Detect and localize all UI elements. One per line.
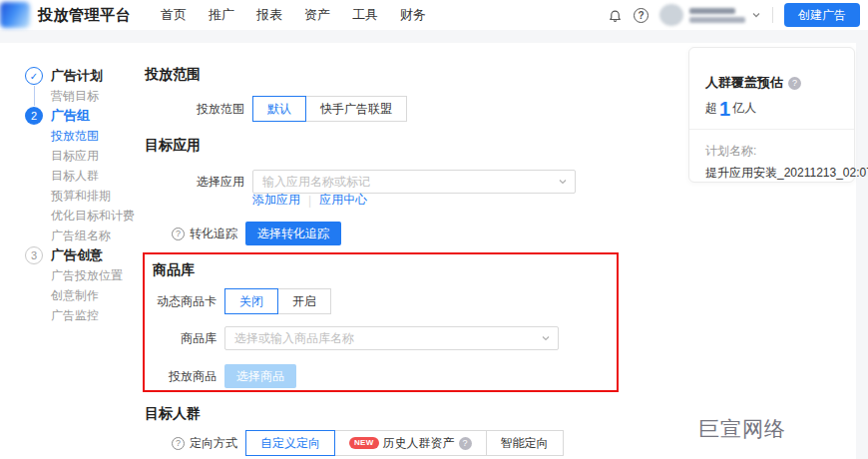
app-select[interactable] [252, 170, 576, 194]
dynamic-card-options: 关闭 开启 [224, 288, 331, 314]
section-heading-target-app: 目标应用 [145, 137, 201, 155]
notification-bell-icon[interactable] [608, 8, 623, 23]
nav-item-finance[interactable]: 财务 [400, 6, 426, 24]
targeting-help-icon[interactable]: ? [172, 437, 185, 450]
nav-item-home[interactable]: 首页 [161, 6, 187, 24]
new-badge: NEW [349, 437, 379, 449]
dynamic-card-off[interactable]: 关闭 [224, 288, 278, 314]
targeting-option-history[interactable]: NEW 历史人群资产 ? [334, 430, 487, 456]
targeting-option-custom[interactable]: 自定义定向 [245, 430, 335, 456]
select-conversion-button[interactable]: 选择转化追踪 [245, 222, 341, 245]
select-chevron-icon [558, 177, 568, 187]
step-item-budget-schedule[interactable]: 预算和排期 [25, 186, 145, 206]
app-title: 投放管理平台 [38, 6, 131, 25]
step-item-optimization-billing[interactable]: 优化目标和计费 [25, 206, 145, 226]
step-connector [34, 86, 35, 106]
plan-name-label: 计划名称: [705, 143, 838, 160]
nav-item-tools[interactable]: 工具 [352, 6, 378, 24]
section-heading-product-library: 商品库 [153, 261, 195, 279]
dynamic-product-card-row: 动态商品卡 关闭 开启 [155, 288, 331, 314]
app-center-link[interactable]: 应用中心 [319, 192, 367, 209]
conversion-help-icon[interactable]: ? [172, 228, 185, 240]
dynamic-card-label: 动态商品卡 [155, 293, 217, 310]
delivery-product-row: 投放商品 选择商品 [155, 364, 296, 388]
product-library-select-input[interactable] [224, 326, 559, 350]
delivery-scope-label: 投放范围 [145, 101, 244, 118]
product-library-label: 商品库 [155, 330, 217, 347]
card-divider [689, 129, 854, 130]
help-icon[interactable]: ? [634, 8, 649, 23]
product-library-select[interactable] [224, 326, 559, 350]
header-right: ? 创建广告 [608, 3, 868, 27]
app-select-input[interactable] [252, 170, 576, 194]
step-item-marketing-goal[interactable]: 营销目标 [25, 86, 145, 106]
step-ad-plan[interactable]: ✓ 广告计划 [25, 66, 145, 86]
step-item-ad-monitoring[interactable]: 广告监控 [25, 305, 145, 325]
account-info-blurred [689, 8, 745, 23]
step-ad-creative[interactable]: 3 广告创意 [25, 245, 145, 265]
step-item-target-audience[interactable]: 目标人群 [25, 166, 145, 186]
step-item-target-app[interactable]: 目标应用 [25, 146, 145, 166]
app-links-row: 添加应用 | 应用中心 [252, 192, 367, 209]
dynamic-card-on[interactable]: 开启 [277, 288, 331, 314]
select-product-button[interactable]: 选择商品 [224, 364, 296, 388]
targeting-option-smart[interactable]: 智能定向 [486, 430, 564, 456]
app-screen: 投放管理平台 首页 推广 报表 资产 工具 财务 ? [0, 0, 868, 459]
section-heading-target-audience: 目标人群 [145, 405, 201, 423]
conversion-tracking-row: ? 转化追踪 选择转化追踪 [172, 222, 341, 245]
product-library-row: 商品库 [155, 326, 559, 350]
nav-item-assets[interactable]: 资产 [304, 6, 330, 24]
step-ad-group[interactable]: 2 广告组 [25, 106, 145, 126]
steps-sidebar: ✓ 广告计划 营销目标 2 广告组 投放范围 目标应用 目标人群 预算和排期 优… [25, 66, 145, 325]
targeting-label: 定向方式 [190, 435, 237, 452]
page-background-strip [856, 43, 868, 459]
step-item-delivery-scope[interactable]: 投放范围 [25, 126, 145, 146]
step-item-creative-making[interactable]: 创意制作 [25, 285, 145, 305]
audience-coverage-card: 人群覆盖预估 ? 超 1 亿人 计划名称: 提升应用安装_20211213_02… [688, 47, 855, 183]
page-background-band [0, 30, 868, 43]
targeting-method-row: ? 定向方式 自定义定向 NEW 历史人群资产 ? 智能定向 [172, 430, 564, 456]
coverage-help-icon[interactable]: ? [788, 77, 801, 90]
header-divider [772, 7, 773, 23]
brand-logo [0, 2, 30, 28]
step-item-adgroup-name[interactable]: 广告组名称 [25, 226, 145, 245]
avatar [659, 4, 683, 26]
main-nav: 首页 推广 报表 资产 工具 财务 [161, 6, 426, 24]
scope-option-union[interactable]: 快手广告联盟 [305, 96, 407, 122]
conversion-label: 转化追踪 [190, 226, 237, 242]
chevron-down-icon [751, 10, 761, 20]
delivery-scope-options: 默认 快手广告联盟 [252, 96, 407, 122]
step-item-placement[interactable]: 广告投放位置 [25, 265, 145, 285]
select-app-row: 选择应用 [145, 170, 576, 194]
coverage-number: 1 [719, 99, 730, 119]
nav-item-reports[interactable]: 报表 [256, 6, 282, 24]
coverage-title: 人群覆盖预估 [705, 74, 783, 92]
link-divider: | [308, 194, 311, 208]
nav-item-promotion[interactable]: 推广 [209, 6, 234, 24]
coverage-value-row: 超 1 亿人 [705, 99, 838, 119]
select-app-label: 选择应用 [145, 174, 244, 191]
scope-option-default[interactable]: 默认 [252, 96, 306, 122]
select-chevron-icon [541, 333, 551, 343]
product-library-highlight-box: 商品库 动态商品卡 关闭 开启 商品库 投放商品 选择商品 [143, 252, 619, 392]
delivery-scope-row: 投放范围 默认 快手广告联盟 [145, 96, 407, 122]
section-heading-delivery-scope: 投放范围 [145, 66, 201, 84]
step-3-badge: 3 [25, 246, 43, 264]
delivery-product-label: 投放商品 [155, 368, 217, 385]
step-2-badge: 2 [25, 107, 43, 125]
targeting-options: 自定义定向 NEW 历史人群资产 ? 智能定向 [245, 430, 564, 456]
plan-name-value: 提升应用安装_20211213_02:07 [705, 165, 838, 182]
step-check-icon: ✓ [25, 67, 43, 85]
add-app-link[interactable]: 添加应用 [252, 192, 300, 209]
history-help-icon: ? [459, 437, 472, 450]
create-ad-button[interactable]: 创建广告 [784, 3, 860, 27]
top-header: 投放管理平台 首页 推广 报表 资产 工具 财务 ? [0, 0, 868, 30]
account-menu[interactable] [659, 4, 761, 26]
watermark-text: 巨宣网络 [698, 415, 786, 443]
